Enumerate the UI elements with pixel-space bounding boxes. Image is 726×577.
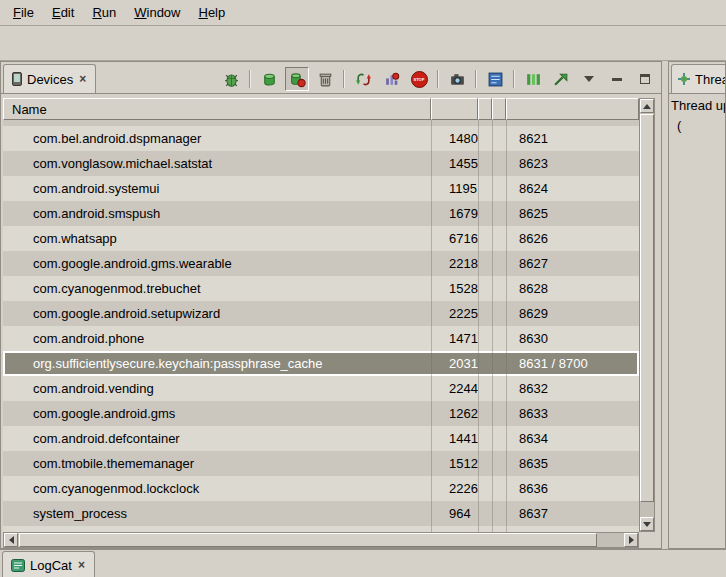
menu-help[interactable]: Help bbox=[189, 1, 234, 24]
table-row[interactable]: com.android.vending 22440 8632 bbox=[3, 376, 639, 401]
close-icon[interactable]: × bbox=[78, 72, 87, 86]
column-header-empty[interactable] bbox=[492, 98, 506, 120]
tab-threads[interactable]: Threads bbox=[671, 64, 726, 93]
debug-process-button[interactable] bbox=[219, 67, 243, 91]
dump-view-hierarchy-icon bbox=[487, 71, 504, 88]
process-name: com.cyanogenmod.trebuchet bbox=[3, 281, 431, 296]
process-name: com.vonglasow.michael.satstat bbox=[3, 156, 431, 171]
scroll-up-button[interactable] bbox=[640, 99, 654, 113]
scroll-right-button[interactable] bbox=[624, 533, 638, 547]
horizontal-scroll-thumb[interactable] bbox=[19, 533, 597, 547]
screen-capture-button[interactable] bbox=[445, 67, 469, 91]
table-header: Name bbox=[3, 98, 639, 120]
tab-logcat-label: LogCat bbox=[30, 558, 72, 573]
update-heap-button[interactable] bbox=[257, 67, 281, 91]
column-header-name[interactable]: Name bbox=[3, 98, 431, 120]
toolbar-separator bbox=[343, 70, 345, 88]
toolbar-separator bbox=[475, 70, 477, 88]
minimize-button[interactable] bbox=[605, 67, 629, 91]
table-row[interactable]: com.android.defcontainer 14411 8634 bbox=[3, 426, 639, 451]
devices-tabbar: Devices × bbox=[1, 62, 661, 94]
process-pid: 22185 bbox=[431, 256, 478, 271]
process-name: com.tmobile.thememanager bbox=[3, 456, 431, 471]
process-pid: 14411 bbox=[431, 431, 478, 446]
process-port: 8626 bbox=[506, 231, 639, 246]
table-row[interactable]: com.google.android.setupwizard 22250 862… bbox=[3, 301, 639, 326]
vertical-scroll-thumb[interactable] bbox=[640, 114, 654, 502]
process-name: com.google.android.setupwizard bbox=[3, 306, 431, 321]
process-pid: 1471 bbox=[431, 331, 478, 346]
table-row[interactable]: com.google.android.gms 12623 8633 bbox=[3, 401, 639, 426]
cause-gc-icon bbox=[317, 71, 334, 88]
start-method-profiling-button[interactable] bbox=[379, 67, 403, 91]
table-row[interactable]: com.android.phone 1471 8630 bbox=[3, 326, 639, 351]
column-header-empty[interactable] bbox=[478, 98, 492, 120]
table-row[interactable]: com.vonglasow.michael.satstat 14553 8623 bbox=[3, 151, 639, 176]
devices-panel: Devices × bbox=[0, 61, 662, 549]
ddms-window: File Edit Run Window Help Devices × bbox=[0, 0, 726, 577]
dump-hprof-button[interactable] bbox=[285, 67, 309, 91]
tracer-button[interactable] bbox=[549, 67, 573, 91]
table-row[interactable]: com.tmobile.thememanager 1512 8635 bbox=[3, 451, 639, 476]
table-row[interactable]: com.whatsapp 6716 8626 bbox=[3, 226, 639, 251]
process-pid: 22250 bbox=[431, 306, 478, 321]
menu-file[interactable]: File bbox=[4, 1, 43, 24]
threads-tabbar: Threads bbox=[669, 62, 725, 94]
device-table: Name com.bel.android.dspmanager 1480 862… bbox=[3, 98, 655, 548]
process-name: com.google.android.gms bbox=[3, 406, 431, 421]
process-port: 8627 bbox=[506, 256, 639, 271]
tab-logcat[interactable]: LogCat × bbox=[2, 551, 95, 577]
process-port: 8633 bbox=[506, 406, 639, 421]
arrow-up-icon bbox=[643, 104, 651, 109]
process-name: com.cyanogenmod.lockclock bbox=[3, 481, 431, 496]
view-menu-icon bbox=[584, 76, 594, 82]
capture-systrace-button[interactable] bbox=[521, 67, 545, 91]
scroll-down-button[interactable] bbox=[640, 517, 654, 531]
process-pid: 14553 bbox=[431, 156, 478, 171]
update-threads-icon bbox=[355, 71, 372, 88]
process-pid: 12623 bbox=[431, 406, 478, 421]
table-row[interactable]: org.sufficientlysecure.keychain:passphra… bbox=[3, 351, 639, 376]
table-row[interactable]: com.android.smspush 1679 8625 bbox=[3, 201, 639, 226]
menu-run[interactable]: Run bbox=[83, 1, 125, 24]
menu-window[interactable]: Window bbox=[125, 1, 189, 24]
horizontal-scrollbar[interactable] bbox=[3, 532, 639, 548]
table-body: com.bel.android.dspmanager 1480 8621 com… bbox=[3, 120, 639, 532]
process-name: system_process bbox=[3, 506, 431, 521]
menu-edit[interactable]: Edit bbox=[43, 1, 83, 24]
process-name: com.android.phone bbox=[3, 331, 431, 346]
process-name: com.bel.android.dspmanager bbox=[3, 131, 431, 146]
maximize-button[interactable] bbox=[633, 67, 657, 91]
vertical-scrollbar[interactable] bbox=[639, 98, 655, 532]
table-row[interactable]: com.cyanogenmod.lockclock 22265 8636 bbox=[3, 476, 639, 501]
tab-threads-label: Threads bbox=[695, 72, 726, 87]
table-row[interactable]: com.bel.android.dspmanager 1480 8621 bbox=[3, 126, 639, 151]
scroll-left-button[interactable] bbox=[4, 533, 18, 547]
stop-process-button[interactable]: STOP bbox=[407, 67, 431, 91]
start-method-profiling-icon bbox=[383, 71, 400, 88]
process-name: com.android.defcontainer bbox=[3, 431, 431, 446]
cause-gc-button[interactable] bbox=[313, 67, 337, 91]
column-header-pid[interactable] bbox=[431, 98, 478, 120]
table-row[interactable]: com.android.systemui 1195 8624 bbox=[3, 176, 639, 201]
minimize-icon bbox=[612, 78, 622, 81]
table-row[interactable]: system_process 964 8637 bbox=[3, 501, 639, 526]
update-threads-button[interactable] bbox=[351, 67, 375, 91]
table-row[interactable]: com.cyanogenmod.trebuchet 1528 8628 bbox=[3, 276, 639, 301]
process-pid: 1528 bbox=[431, 281, 478, 296]
table-row[interactable]: com.google.android.gms.wearable 22185 86… bbox=[3, 251, 639, 276]
threads-message-line1: Thread up bbox=[671, 98, 726, 113]
tracer-icon bbox=[553, 71, 570, 88]
arrow-down-icon bbox=[643, 522, 651, 527]
update-heap-icon bbox=[261, 71, 278, 88]
dump-view-hierarchy-button[interactable] bbox=[483, 67, 507, 91]
view-menu-button[interactable] bbox=[577, 67, 601, 91]
logcat-icon bbox=[11, 559, 25, 572]
process-pid: 964 bbox=[431, 506, 478, 521]
logcat-tabbar: LogCat × bbox=[0, 549, 726, 577]
process-port: 8624 bbox=[506, 181, 639, 196]
close-icon[interactable]: × bbox=[77, 558, 86, 572]
tab-devices[interactable]: Devices × bbox=[3, 64, 96, 93]
column-header-port[interactable] bbox=[506, 98, 639, 120]
process-name: com.android.systemui bbox=[3, 181, 431, 196]
